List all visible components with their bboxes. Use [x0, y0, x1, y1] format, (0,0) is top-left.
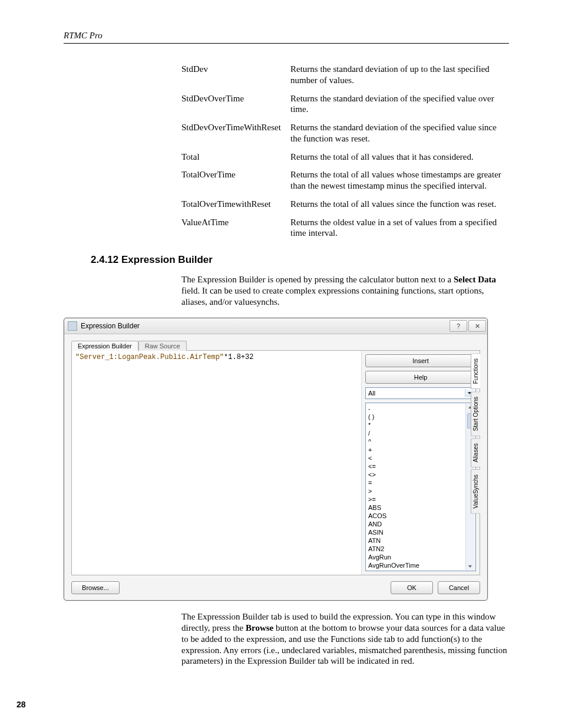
expression-tail: *1.8+32 [224, 353, 253, 361]
definition-term: TotalOverTimewithReset [181, 199, 290, 210]
list-item[interactable]: - [368, 404, 474, 413]
list-item[interactable]: ( ) [368, 413, 474, 421]
tab-strip: Expression Builder Raw Source [71, 340, 480, 350]
intro-paragraph: The Expression Builder is opened by pres… [181, 274, 509, 307]
list-item[interactable]: ATN2 [368, 545, 474, 553]
definition-row: TotalReturns the total of all values tha… [181, 151, 509, 163]
list-item[interactable]: ACOS [368, 512, 474, 520]
side-tab-start-options[interactable]: Start Options [471, 391, 480, 436]
tab-raw-source[interactable]: Raw Source [138, 341, 187, 351]
tab-panel: "Server_1:LoganPeak.Public.AirTemp"*1.8+… [71, 350, 480, 575]
definition-desc: Returns the standard deviation of up to … [290, 64, 509, 86]
browse-button[interactable]: Browse... [71, 581, 120, 594]
expression-builder-dialog: Expression Builder ? ✕ Expression Builde… [64, 318, 488, 601]
section-heading: 2.4.12 Expression Builder [91, 254, 509, 266]
expression-string: "Server_1:LoganPeak.Public.AirTemp" [75, 353, 224, 361]
definition-row: TotalOverTimewithResetReturns the total … [181, 199, 509, 210]
list-item[interactable]: <> [368, 470, 474, 479]
category-combo[interactable]: All [365, 387, 476, 399]
outro-paragraph: The Expresssion Builder tab is used to b… [181, 611, 509, 667]
definition-desc: Returns the oldest value in a set of val… [290, 217, 509, 239]
insert-button[interactable]: Insert [365, 354, 476, 367]
ok-button[interactable]: OK [391, 581, 433, 594]
definition-desc: Returns the total of all values whose ti… [290, 169, 509, 192]
browse-label: Browse [246, 623, 273, 633]
side-tab-functions[interactable]: Functions [471, 353, 480, 389]
definition-row: StdDevOverTimeWithResetReturns the stand… [181, 122, 509, 144]
definition-desc: Returns the standard deviation of the sp… [290, 122, 509, 144]
help-titlebar-button[interactable]: ? [449, 320, 467, 332]
list-item[interactable]: ABS [368, 503, 474, 512]
intro-text: field. It can be used to create complex … [181, 286, 484, 307]
definition-term: StdDevOverTime [181, 93, 290, 116]
list-item[interactable]: > [368, 487, 474, 495]
select-data-label: Select Data [454, 275, 496, 284]
definition-row: StdDevOverTimeReturns the standard devia… [181, 93, 509, 116]
definition-row: StdDevReturns the standard deviation of … [181, 64, 509, 86]
help-button[interactable]: Help [365, 371, 476, 384]
definition-list: StdDevReturns the standard deviation of … [181, 64, 509, 239]
tab-expression-builder[interactable]: Expression Builder [71, 341, 138, 351]
close-titlebar-button[interactable]: ✕ [468, 320, 486, 332]
running-head: RTMC Pro [64, 31, 509, 41]
definition-row: TotalOverTimeReturns the total of all va… [181, 169, 509, 192]
page-number: 28 [16, 700, 26, 709]
list-item[interactable]: < [368, 454, 474, 462]
list-item[interactable]: = [368, 479, 474, 487]
side-tab-valuesynchs[interactable]: ValueSynchs [471, 469, 480, 514]
dialog-button-row: Browse... OK Cancel [71, 581, 480, 594]
side-tab-aliases[interactable]: Aliases [471, 438, 480, 467]
definition-desc: Returns the total of all values since th… [290, 199, 509, 210]
list-item[interactable]: ^ [368, 437, 474, 446]
combo-value: All [368, 390, 375, 397]
header-rule [64, 43, 509, 44]
list-item[interactable]: ASIN [368, 528, 474, 536]
cancel-button[interactable]: Cancel [438, 581, 480, 594]
dialog-titlebar[interactable]: Expression Builder ? ✕ [64, 318, 487, 334]
function-listbox[interactable]: - ( ) * / ^ + < <= <> = > >= ABS ACOS [365, 403, 476, 571]
expression-editor[interactable]: "Server_1:LoganPeak.Public.AirTemp"*1.8+… [72, 351, 362, 575]
definition-desc: Returns the standard deviation of the sp… [290, 93, 509, 116]
list-item[interactable]: AND [368, 520, 474, 528]
definition-desc: Returns the total of all values that it … [290, 151, 509, 163]
definition-term: StdDevOverTimeWithReset [181, 122, 290, 144]
list-item[interactable]: * [368, 421, 474, 429]
list-item[interactable]: AvgRunOverTime [368, 561, 474, 569]
list-item[interactable]: AvgRun [368, 553, 474, 561]
intro-text: The Expression Builder is opened by pres… [181, 275, 454, 284]
definition-term: StdDev [181, 64, 290, 86]
list-item[interactable]: <= [368, 462, 474, 470]
definition-term: TotalOverTime [181, 169, 290, 192]
list-item[interactable]: ATN [368, 536, 474, 545]
list-item[interactable]: / [368, 429, 474, 437]
dialog-title: Expression Builder [81, 322, 448, 330]
definition-row: ValueAtTimeReturns the oldest value in a… [181, 217, 509, 239]
functions-panel: Insert Help All - ( ) * / ^ + < <= [362, 351, 480, 575]
list-item[interactable]: + [368, 446, 474, 454]
definition-term: ValueAtTime [181, 217, 290, 239]
definition-term: Total [181, 151, 290, 163]
side-tab-strip: Functions Start Options Aliases ValueSyn… [471, 353, 480, 514]
list-item[interactable]: >= [368, 495, 474, 503]
window-icon [68, 321, 77, 331]
